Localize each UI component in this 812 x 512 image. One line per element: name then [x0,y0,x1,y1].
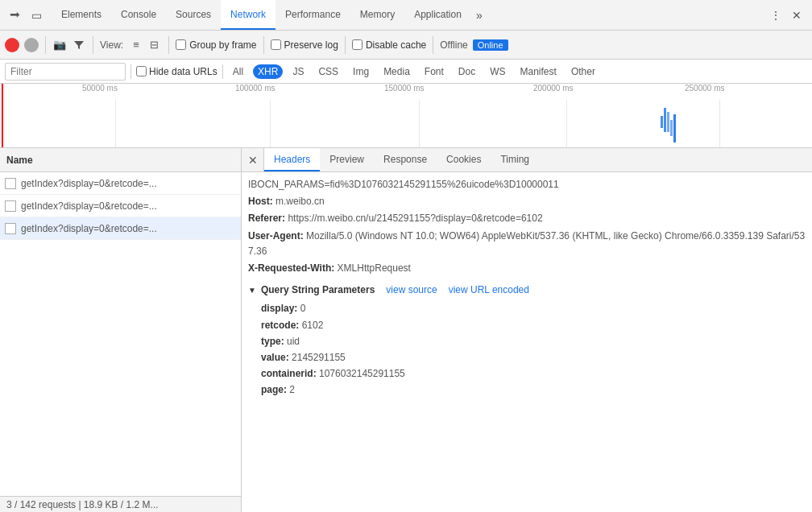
timeline-vline-4 [566,100,567,147]
stop-button[interactable] [24,38,39,52]
timeline-vline-5 [719,100,720,147]
tab-preview[interactable]: Preview [320,148,374,171]
timeline-red-line [2,84,3,147]
timeline-vline-3 [419,100,420,147]
network-list-header: Name [0,148,241,172]
svg-rect-1 [664,108,666,132]
timeline-blue-bars [661,108,677,148]
preserve-log-checkbox[interactable] [271,39,281,50]
timeline-mark-200000: 200000 ms [532,84,573,93]
network-status-bar: 3 / 142 requests | 18.9 KB / 1.2 M... [0,496,241,512]
above-text-line: IBOCN_PARAMS=fid%3D1076032145291155%26ui… [248,177,806,192]
devtools-mobile-icon[interactable]: ▭ [27,6,45,24]
network-item-3-name: getIndex?display=0&retcode=... [21,223,236,234]
filter-type-css[interactable]: CSS [313,64,343,79]
tab-cookies[interactable]: Cookies [437,148,491,171]
filter-type-other[interactable]: Other [566,64,600,79]
tab-response[interactable]: Response [374,148,437,171]
timeline-area: 50000 ms 100000 ms 150000 ms 200000 ms 2… [0,84,812,148]
offline-label[interactable]: Offline [440,39,467,51]
tab-headers[interactable]: Headers [264,148,320,171]
network-toolbar: 📷 View: ≡ ⊟ Group by frame Preserve log … [0,31,812,60]
svg-rect-0 [661,116,663,128]
timeline-mark-250000: 250000 ms [683,84,724,93]
tab-console[interactable]: Console [111,0,166,30]
hide-data-urls-label[interactable]: Hide data URLs [136,66,218,77]
disable-cache-label[interactable]: Disable cache [352,39,426,51]
filter-type-manifest[interactable]: Manifest [516,64,561,79]
network-item-1[interactable]: getIndex?display=0&retcode=... [0,172,241,195]
timeline-vline-2 [270,100,271,147]
filter-type-all[interactable]: All [228,64,248,79]
network-item-3[interactable]: getIndex?display=0&retcode=... [0,217,241,240]
view-icons: ≡ ⊟ [128,37,162,53]
view-source-link[interactable]: view source [386,283,437,298]
network-item-3-check[interactable] [5,223,16,234]
query-section-title: ▼ Query String Parameters view source vi… [248,283,806,298]
record-button[interactable] [5,38,19,52]
close-devtools-button[interactable]: ✕ [788,6,806,24]
group-by-frame-label[interactable]: Group by frame [176,39,256,51]
tab-memory[interactable]: Memory [350,0,404,30]
filter-icon[interactable] [72,38,86,52]
timeline-mark-150000: 150000 ms [383,84,424,93]
user-agent-header: User-Agent: Mozilla/5.0 (Windows NT 10.0… [248,229,806,259]
network-list-items: getIndex?display=0&retcode=... getIndex?… [0,172,241,496]
online-badge[interactable]: Online [473,39,508,51]
param-type: type: uid [261,334,806,349]
host-header: Host: m.weibo.cn [248,194,806,209]
disable-cache-checkbox[interactable] [352,39,362,50]
headers-content: IBOCN_PARAMS=fid%3D1076032145291155%26ui… [242,172,812,512]
close-panel-button[interactable]: ✕ [242,148,264,171]
param-retcode: retcode: 6102 [261,318,806,333]
preserve-log-label[interactable]: Preserve log [271,39,338,51]
headers-panel: ✕ Headers Preview Response Cookies Timin… [242,148,812,512]
timeline-vline-1 [115,100,116,147]
filter-input[interactable] [5,63,126,81]
group-by-frame-checkbox[interactable] [176,39,186,50]
view-url-encoded-link[interactable]: view URL encoded [449,283,529,298]
tab-elements[interactable]: Elements [52,0,111,30]
filter-separator-1 [130,64,131,79]
x-requested-with-header: X-Requested-With: XMLHttpRequest [248,261,806,276]
filter-type-font[interactable]: Font [420,64,449,79]
filter-type-ws[interactable]: WS [485,64,510,79]
network-item-2[interactable]: getIndex?display=0&retcode=... [0,195,241,217]
tab-sources[interactable]: Sources [166,0,221,30]
tab-timing[interactable]: Timing [491,148,539,171]
toolbar-separator-1 [45,36,46,54]
filter-type-media[interactable]: Media [379,64,415,79]
svg-rect-4 [673,114,676,142]
filter-type-doc[interactable]: Doc [454,64,480,79]
list-view-icon[interactable]: ≡ [128,37,144,53]
param-containerid: containerid: 1076032145291155 [261,366,806,382]
tab-bar: ⮕ ▭ Elements Console Sources Network Per… [0,0,812,31]
waterfall-view-icon[interactable]: ⊟ [146,37,162,53]
param-value: value: 2145291155 [261,350,806,365]
filter-type-img[interactable]: Img [348,64,374,79]
view-label: View: [100,39,123,51]
tab-application[interactable]: Application [404,0,471,30]
tab-performance[interactable]: Performance [276,0,350,30]
headers-tabs: ✕ Headers Preview Response Cookies Timin… [242,148,812,172]
toolbar-separator-2 [93,36,93,54]
network-item-1-check[interactable] [5,178,16,189]
hide-data-urls-checkbox[interactable] [136,66,147,76]
svg-rect-3 [670,120,673,136]
toolbar-separator-3 [168,36,169,54]
param-page: page: 2 [261,382,806,398]
more-tabs-button[interactable]: » [471,0,487,30]
svg-rect-2 [667,112,669,132]
network-item-2-name: getIndex?display=0&retcode=... [21,200,236,212]
tab-network[interactable]: Network [221,0,276,30]
settings-icon[interactable]: ⋮ [767,6,785,24]
query-arrow: ▼ [248,284,256,297]
main-content: Name getIndex?display=0&retcode=... getI… [0,148,812,512]
filter-type-js[interactable]: JS [288,64,309,79]
network-item-2-check[interactable] [5,200,16,212]
devtools-pointer-icon[interactable]: ⮕ [6,6,24,24]
toolbar-separator-6 [433,36,433,54]
camera-icon[interactable]: 📷 [52,38,67,52]
network-list: Name getIndex?display=0&retcode=... getI… [0,148,242,512]
filter-type-xhr[interactable]: XHR [253,64,283,79]
